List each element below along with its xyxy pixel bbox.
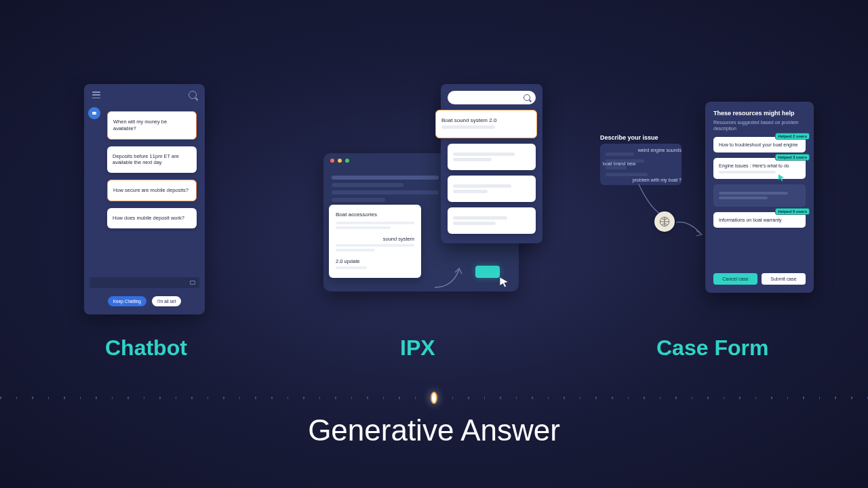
chat-chevron-icon: [190, 281, 195, 285]
timeline-dot: [835, 396, 836, 399]
timeline-dot: [707, 396, 709, 399]
issue-note: weird engine sounds: [638, 148, 682, 152]
resource-item[interactable]: Helped 6 users Informations on boat warr…: [713, 212, 806, 228]
timeline-dot: [516, 396, 517, 399]
timeline-dot: [484, 396, 486, 399]
timeline-dot: [819, 396, 821, 399]
svg-rect-0: [92, 112, 96, 115]
search-result[interactable]: Boat sound system 2.0: [435, 110, 537, 138]
chat-message: Deposits before 11pm ET are available th…: [107, 146, 197, 174]
window-maximize-icon[interactable]: [345, 159, 349, 163]
search-icon[interactable]: [189, 91, 197, 99]
case-form-subheading: Resources suggested based on problem des…: [713, 119, 806, 131]
chat-message: How secure are mobile deposits?: [107, 180, 197, 201]
timeline-dot: [399, 396, 400, 399]
ipx-card-line: sound system: [336, 236, 414, 242]
search-input[interactable]: [448, 91, 536, 104]
timeline-dot: [288, 396, 289, 399]
window-close-icon[interactable]: [330, 159, 334, 163]
timeline-dot: [675, 396, 677, 399]
timeline-dot: [303, 396, 304, 399]
search-result[interactable]: [448, 207, 536, 234]
helped-badge: Helped 2 users: [775, 133, 810, 140]
timeline-dot: [80, 396, 81, 399]
ipx-action-button[interactable]: [475, 266, 500, 278]
timeline-dot-current: [431, 392, 437, 404]
timeline-dot: [112, 396, 113, 399]
cursor-icon: [498, 277, 509, 287]
timeline-dot: [383, 396, 384, 399]
case-form-panel: These resources might help Resources sug…: [705, 102, 814, 293]
timeline-dot: [208, 396, 209, 399]
caseform-section-label: Case Form: [656, 336, 768, 361]
globe-icon: [654, 211, 675, 232]
timeline-dot: [223, 396, 224, 399]
timeline-dot: [595, 396, 597, 399]
all-set-button[interactable]: I'm all set: [152, 296, 181, 306]
timeline-dot: [144, 396, 145, 399]
cancel-case-button[interactable]: Cancel case: [713, 273, 757, 285]
timeline-dot: [127, 396, 129, 399]
search-result[interactable]: [448, 144, 536, 170]
svg-point-2: [95, 113, 96, 113]
timeline-dot: [351, 396, 353, 399]
describe-issue-card[interactable]: weird engine sounds boat brand new probl…: [600, 144, 682, 185]
timeline-dot: [532, 396, 533, 399]
chat-message: How does mobile deposit work?: [107, 208, 197, 228]
ipx-results-stack: Boat sound system 2.0: [441, 84, 542, 243]
timeline-dot: [415, 396, 416, 399]
timeline-dot: [851, 396, 852, 399]
arrow-icon: [432, 264, 465, 289]
page-title: Generative Answer: [0, 413, 868, 447]
timeline-dot: [255, 396, 256, 399]
timeline-dot: [16, 396, 18, 399]
timeline-dot: [771, 396, 772, 399]
search-result[interactable]: [448, 176, 536, 202]
timeline-dot: [739, 396, 741, 399]
timeline-dot: [564, 396, 565, 399]
cursor-icon: [777, 172, 785, 180]
resource-title: How to troubleshoot your boat engine: [719, 142, 800, 147]
timeline-dot: [580, 396, 581, 399]
timeline-dot: [692, 396, 693, 399]
describe-issue-label: Describe your issue: [600, 134, 658, 141]
resource-item[interactable]: Helped 2 users How to troubleshoot your …: [713, 137, 806, 152]
ipx-detail-card: Boat accessories sound system 2.0 update: [329, 205, 421, 278]
timeline-dot: [367, 396, 368, 399]
timeline-dot: [271, 396, 273, 399]
issue-note: problem with my boat ?: [633, 178, 682, 182]
timeline-dot: [660, 396, 661, 399]
submit-case-button[interactable]: Submit case: [762, 273, 806, 285]
timeline-dot: [319, 396, 321, 399]
ipx-section-label: IPX: [400, 336, 435, 361]
timeline-dot: [628, 396, 629, 399]
timeline-dot: [96, 396, 97, 399]
keep-chatting-button[interactable]: Keep Chatting: [108, 296, 146, 306]
timeline-dot: [64, 396, 65, 399]
resource-title: Engine issues : Here's what to do: [719, 163, 800, 168]
timeline-dot: [0, 396, 1, 399]
window-minimize-icon[interactable]: [338, 159, 342, 163]
case-form-heading: These resources might help: [713, 110, 806, 117]
timeline-dot: [468, 396, 469, 399]
resource-item[interactable]: Helped 3 users Engine issues : Here's wh…: [713, 158, 806, 179]
ipx-card-title: Boat accessories: [336, 211, 414, 218]
resource-item-placeholder: [713, 184, 806, 207]
timeline-dot: [644, 396, 645, 399]
timeline-dot: [452, 396, 454, 399]
timeline-dot: [612, 396, 613, 399]
search-result-title: Boat sound system 2.0: [441, 117, 531, 123]
timeline-dot: [755, 396, 757, 399]
chat-message: When will my money be available?: [107, 111, 197, 140]
helped-badge: Helped 3 users: [775, 154, 810, 161]
timeline-dot: [32, 396, 33, 399]
hamburger-icon[interactable]: [92, 92, 100, 98]
timeline-dot: [48, 396, 50, 399]
timeline-dot: [191, 396, 193, 399]
search-icon: [524, 94, 530, 101]
chat-input[interactable]: [90, 277, 199, 288]
timeline-dot: [803, 396, 804, 399]
timeline: [0, 392, 868, 404]
timeline-dot: [335, 396, 336, 399]
timeline-dot: [548, 396, 549, 399]
